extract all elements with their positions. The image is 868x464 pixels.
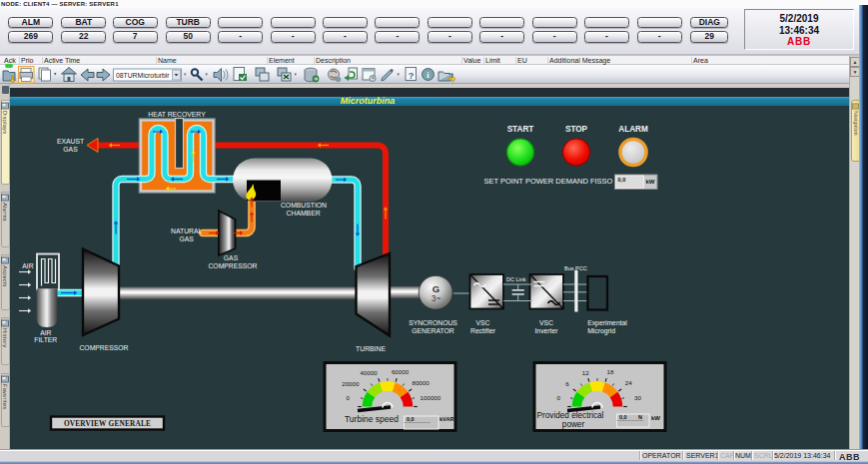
svg-text:60000: 60000 xyxy=(392,368,410,375)
svg-text:HEAT RECOVERY: HEAT RECOVERY xyxy=(148,111,206,118)
svg-text:6: 6 xyxy=(565,379,569,386)
svg-text:OVERVIEW GENERALE: OVERVIEW GENERALE xyxy=(64,419,151,428)
svg-text:N: N xyxy=(638,414,642,420)
svg-text:3~: 3~ xyxy=(432,293,441,303)
svg-text:START: START xyxy=(507,125,534,134)
svg-text:0: 0 xyxy=(346,394,350,401)
svg-text:kW: kW xyxy=(651,414,660,420)
svg-text:GAS: GAS xyxy=(224,254,239,261)
svg-text:Microgrid: Microgrid xyxy=(587,326,615,334)
svg-text:Bus PCC: Bus PCC xyxy=(564,265,587,271)
svg-text:COMPRESSOR: COMPRESSOR xyxy=(79,343,128,350)
svg-text:0,0: 0,0 xyxy=(618,176,626,182)
svg-text:18: 18 xyxy=(607,368,614,375)
svg-text:NATURAL: NATURAL xyxy=(171,227,202,233)
svg-text:GENERATOR: GENERATOR xyxy=(412,326,454,333)
svg-text:12: 12 xyxy=(582,368,589,375)
svg-text:CHAMBER: CHAMBER xyxy=(287,210,321,217)
svg-text:TURBINE: TURBINE xyxy=(356,344,386,351)
svg-text:DC Link: DC Link xyxy=(506,275,526,281)
svg-text:FILTER: FILTER xyxy=(34,336,57,343)
svg-text:Rectifier: Rectifier xyxy=(470,326,496,333)
svg-text:STOP: STOP xyxy=(565,125,588,134)
svg-text:kW: kW xyxy=(646,179,655,185)
svg-text:Turbine speed: Turbine speed xyxy=(345,414,399,424)
svg-text:08TURMicroturbir: 08TURMicroturbir xyxy=(116,72,170,79)
svg-text:0,0: 0,0 xyxy=(619,414,627,420)
svg-text:0: 0 xyxy=(557,394,561,401)
svg-text:kVAR: kVAR xyxy=(439,416,454,422)
svg-text:GAS: GAS xyxy=(180,235,195,242)
svg-text:AIR: AIR xyxy=(22,262,33,269)
svg-text:G: G xyxy=(433,282,439,293)
svg-text:SYNCRONOUS: SYNCRONOUS xyxy=(409,318,457,325)
svg-text:EXAUST: EXAUST xyxy=(57,138,84,145)
svg-text:0,0: 0,0 xyxy=(407,416,415,422)
svg-text:100000: 100000 xyxy=(421,394,441,401)
svg-text:COMPRESSOR: COMPRESSOR xyxy=(208,262,257,269)
svg-text:24: 24 xyxy=(625,378,632,385)
svg-text:Provided electrical: Provided electrical xyxy=(537,411,604,420)
svg-text:40000: 40000 xyxy=(361,368,379,375)
svg-text:GAS: GAS xyxy=(63,146,78,153)
svg-text:80000: 80000 xyxy=(412,378,430,385)
svg-text:ALARM: ALARM xyxy=(618,125,648,134)
svg-text:Experimental: Experimental xyxy=(587,318,627,326)
svg-text:SET POINT POWER DEMAND FISSO: SET POINT POWER DEMAND FISSO xyxy=(484,177,613,186)
svg-text:?: ? xyxy=(409,71,415,81)
svg-text:AIR: AIR xyxy=(40,328,51,335)
svg-text:VSC: VSC xyxy=(476,318,490,325)
svg-text:COMBUSTION: COMBUSTION xyxy=(281,202,327,209)
svg-text:20000: 20000 xyxy=(342,379,360,386)
svg-text:VSC: VSC xyxy=(539,318,553,325)
svg-text:power: power xyxy=(562,420,585,429)
svg-text:30: 30 xyxy=(634,394,641,401)
svg-text:Inverter: Inverter xyxy=(534,326,558,333)
